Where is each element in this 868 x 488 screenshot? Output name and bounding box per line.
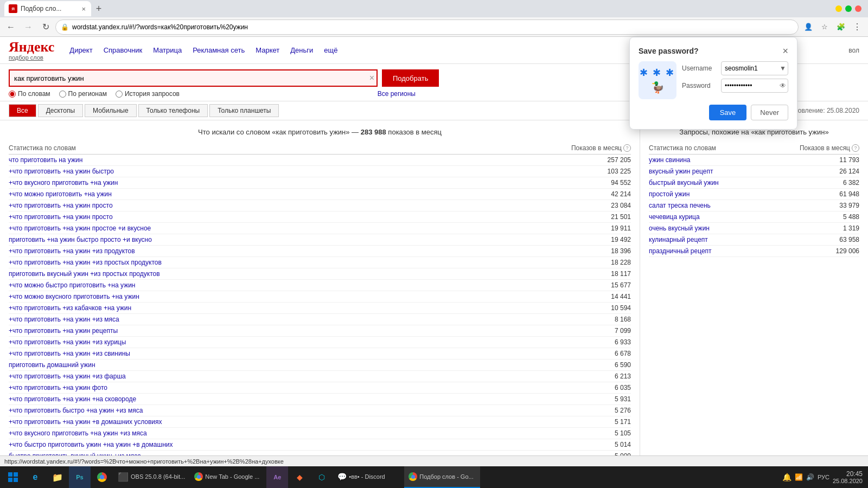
- taskbar-chrome[interactable]: [91, 466, 113, 488]
- left-word-link[interactable]: +что приготовить +на ужин быстро: [9, 168, 114, 175]
- left-word-link[interactable]: приготовить вкусный ужин +из простых про…: [9, 270, 160, 278]
- left-word-link[interactable]: +что приготовить +на ужин +из мяса: [9, 316, 119, 323]
- taskbar-newtab[interactable]: New Tab - Google ...: [190, 466, 266, 488]
- right-word-link[interactable]: кулинарный рецепт: [649, 236, 708, 243]
- taskbar-ae[interactable]: Ae: [266, 466, 288, 488]
- url-input[interactable]: [55, 20, 799, 35]
- left-word-link[interactable]: +что приготовить +на ужин +на сковороде: [9, 395, 136, 403]
- right-word-link[interactable]: вкусный ужин рецепт: [649, 168, 713, 175]
- active-tab[interactable]: Я Подбор сло... ×: [4, 1, 91, 16]
- left-word-link[interactable]: +что приготовить +на ужин +из продуктов: [9, 247, 135, 255]
- nav-eshe[interactable]: ещё: [324, 46, 337, 54]
- left-word-link[interactable]: приготовить +на ужин быстро просто +и вк…: [9, 236, 152, 243]
- left-word-link[interactable]: что приготовить на ужин: [9, 156, 82, 164]
- notification-icon[interactable]: 🔔: [782, 473, 792, 481]
- left-word-link[interactable]: +что вкусного приготовить +на ужин: [9, 179, 118, 187]
- forward-button[interactable]: →: [21, 20, 36, 35]
- never-button[interactable]: Never: [751, 105, 788, 120]
- start-button[interactable]: [2, 466, 24, 488]
- maximize-button[interactable]: [845, 5, 852, 12]
- yandex-sub-link[interactable]: подбор слов: [9, 54, 54, 61]
- profile-icon[interactable]: 👤: [801, 20, 816, 35]
- username-input[interactable]: [721, 61, 788, 75]
- region-link[interactable]: Все регионы: [378, 90, 416, 98]
- reload-button[interactable]: ↻: [38, 20, 53, 35]
- search-input[interactable]: [9, 69, 378, 87]
- taskbar-app1[interactable]: ◆: [289, 466, 310, 488]
- password-input[interactable]: [721, 79, 788, 93]
- nav-reklama[interactable]: Рекламная сеть: [193, 46, 245, 54]
- left-word-link[interactable]: +что приготовить +на ужин просто: [9, 213, 113, 221]
- left-word-link[interactable]: приготовить домашний ужин: [9, 361, 95, 369]
- taskbar-app2[interactable]: ⬡: [311, 466, 333, 488]
- right-word-link[interactable]: ужин свинина: [649, 156, 691, 164]
- right-word-link[interactable]: простой ужин: [649, 190, 690, 198]
- right-word-link[interactable]: быстрый вкусный ужин: [649, 179, 719, 187]
- right-word-link[interactable]: чечевица курица: [649, 213, 700, 221]
- nav-market[interactable]: Маркет: [256, 46, 279, 54]
- left-col-count: Показов в месяц ?: [571, 144, 631, 152]
- search-button[interactable]: Подобрать: [382, 69, 439, 87]
- left-word-link[interactable]: +что приготовить +на ужин просто: [9, 202, 113, 209]
- tab-tablets[interactable]: Только планшеты: [209, 104, 279, 117]
- taskbar-explorer[interactable]: 📁: [47, 466, 68, 488]
- left-word-link[interactable]: +что приготовить +из кабачков +на ужин: [9, 304, 131, 312]
- tab-all[interactable]: Все: [9, 104, 36, 117]
- taskbar-ie[interactable]: e: [24, 466, 46, 488]
- extensions-icon[interactable]: 🧩: [833, 20, 848, 35]
- left-info-icon[interactable]: ?: [623, 144, 631, 152]
- volume-icon: 🔊: [806, 473, 814, 481]
- close-button[interactable]: [855, 5, 861, 12]
- tab-close-icon[interactable]: ×: [81, 5, 86, 13]
- radio-history[interactable]: История запросов: [116, 90, 180, 98]
- taskbar-discord[interactable]: 💬 •вв• - Discord: [333, 466, 404, 488]
- radio-regions[interactable]: По регионам: [59, 90, 107, 98]
- tab-mobile[interactable]: Мобильные: [85, 104, 137, 117]
- left-word-count: 10 594: [611, 304, 631, 312]
- menu-icon[interactable]: ⋮: [850, 20, 865, 35]
- left-word-link[interactable]: +что быстро приготовить ужин +на ужин +в…: [9, 441, 173, 448]
- left-word-link[interactable]: +что приготовить +на ужин +в домашних ус…: [9, 418, 162, 426]
- left-word-link[interactable]: +что приготовить +на ужин простое +и вку…: [9, 224, 151, 232]
- right-word-link[interactable]: салат треска печень: [649, 202, 711, 209]
- back-button[interactable]: ←: [3, 20, 18, 35]
- tab-phones[interactable]: Только телефоны: [138, 104, 208, 117]
- left-word-link[interactable]: +что приготовить +на ужин +из фарша: [9, 373, 126, 380]
- search-clear-icon[interactable]: ×: [369, 73, 374, 83]
- left-word-count: 19 911: [611, 224, 631, 232]
- nav-spravochnik[interactable]: Справочник: [104, 46, 143, 54]
- taskbar-google[interactable]: Подбор слов - Go...: [404, 466, 480, 488]
- save-button[interactable]: Save: [709, 105, 747, 120]
- left-word-link[interactable]: +что можно быстро приготовить +на ужин: [9, 281, 135, 289]
- right-info-icon[interactable]: ?: [852, 144, 859, 152]
- password-toggle-icon[interactable]: 👁: [780, 82, 786, 89]
- filter-tabs: Все Десктопы Мобильные Только телефоны Т…: [9, 104, 279, 117]
- left-word-link[interactable]: +что можно приготовить +на ужин: [9, 190, 112, 198]
- left-word-link[interactable]: +что можно вкусного приготовить +на ужин: [9, 293, 139, 300]
- username-row: Username ▼: [682, 61, 788, 75]
- left-word-link[interactable]: +что приготовить +на ужин рецепты: [9, 327, 118, 335]
- bookmark-icon[interactable]: ☆: [817, 20, 832, 35]
- left-word-link[interactable]: +что приготовить +на ужин фото: [9, 384, 107, 391]
- right-table-row: вкусный ужин рецепт 26 124: [649, 166, 859, 177]
- username-dropdown-icon[interactable]: ▼: [780, 65, 786, 72]
- new-tab-button[interactable]: +: [91, 1, 106, 16]
- left-word-link[interactable]: +что приготовить +на ужин +из свинины: [9, 350, 130, 357]
- nav-dengi[interactable]: Деньги: [290, 46, 313, 54]
- taskbar-ps[interactable]: Ps: [69, 466, 91, 488]
- taskbar-obs[interactable]: ⬛ OBS 25.0.8 (64-bit...: [113, 466, 189, 488]
- nav-matrica[interactable]: Матрица: [153, 46, 182, 54]
- left-word-link[interactable]: +что приготовить быстро +на ужин +из мяс…: [9, 407, 143, 414]
- nav-bar: ← → ↻ 🔒 👤 ☆ 🧩 ⋮: [0, 17, 868, 37]
- left-word-link[interactable]: +что приготовить +на ужин +из простых пр…: [9, 259, 162, 266]
- right-word-count: 61 948: [839, 190, 859, 198]
- right-word-link[interactable]: праздничный рецепт: [649, 247, 712, 255]
- popup-close-button[interactable]: ×: [782, 46, 788, 56]
- minimize-button[interactable]: [835, 5, 842, 12]
- tab-desktops[interactable]: Десктопы: [38, 104, 83, 117]
- radio-words[interactable]: По словам: [9, 90, 50, 98]
- left-word-link[interactable]: +что приготовить +на ужин +из курицы: [9, 338, 126, 346]
- left-word-link[interactable]: +что вкусного приготовить +на ужин +из м…: [9, 429, 147, 437]
- nav-direct[interactable]: Директ: [69, 46, 92, 54]
- right-word-link[interactable]: очень вкусный ужин: [649, 224, 710, 232]
